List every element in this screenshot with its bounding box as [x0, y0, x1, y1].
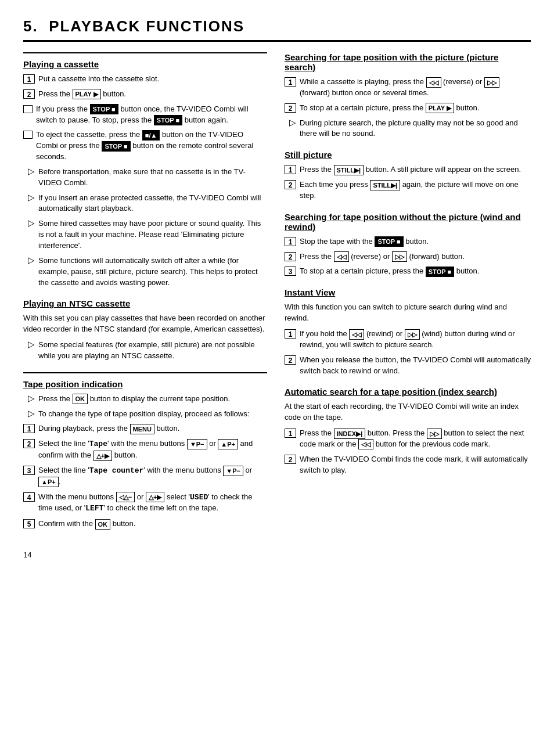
step-item: 2 When you release the button, the TV-VI… [285, 355, 531, 377]
step-item: 1 While a cassette is playing, press the… [285, 77, 531, 99]
stop-button-label: STOP ■ [375, 236, 403, 247]
note-arrow-icon: ▷ [289, 117, 296, 128]
ok-button-label: OK [95, 519, 111, 530]
step-text: Put a cassette into the cassette slot. [38, 74, 159, 85]
page-title: 5. PLAYBACK FUNCTIONS [23, 17, 531, 42]
checkbox [23, 105, 33, 113]
eject-button-label: ■/▲ [142, 130, 160, 141]
auto-search-steps: 1 Press the INDEX▶| button. Press the ▷▷… [285, 428, 531, 476]
section-title-still-picture: Still picture [285, 150, 531, 160]
page-number: 14 [23, 550, 531, 559]
ntsc-body: With this set you can play cassettes tha… [23, 313, 267, 335]
note-text: Some functions will automatically switch… [38, 255, 267, 289]
section-title-ntsc: Playing an NTSC cassette [23, 298, 267, 308]
still-picture-steps: 1 Press the STILL▶| button. A still pict… [285, 164, 531, 201]
step-text: If you hold the ◁◁ (rewind) or ▷▷ (wind)… [300, 329, 531, 351]
stop-button-label: STOP ■ [90, 104, 118, 114]
rewind-button-label: ◁◁ [426, 77, 441, 88]
note-item: ▷ Some special features (for example, st… [23, 340, 267, 362]
note-item: ▷ Some hired cassettes may have poor pic… [23, 218, 267, 251]
step-number: 1 [23, 74, 35, 84]
play-button-label: PLAY ▶ [426, 103, 454, 113]
step-item: 1 Stop the tape with the STOP ■ button. [285, 236, 531, 247]
step-number: 1 [285, 165, 296, 174]
instant-view-body: With this function you can switch to pic… [285, 302, 531, 324]
note-item: ▷ To change the type of tape position di… [23, 409, 267, 420]
step-text: Press the STILL▶| button. A still pictur… [300, 164, 521, 175]
step-number: 2 [285, 455, 296, 464]
rewind-button-label: ◁◁ [358, 439, 373, 449]
step-item: 4 With the menu buttons ◁△− or △+▶ selec… [23, 492, 267, 515]
step-number: 1 [285, 237, 296, 246]
step-item: 3 Select the line 'Tape counter' with th… [23, 465, 267, 488]
section-auto-search: Automatic search for a tape position (in… [285, 387, 531, 476]
note-text: To change the type of tape position disp… [38, 409, 249, 420]
step-text: If you press the STOP ■ button once, the… [36, 104, 267, 126]
index-button-label: INDEX▶| [334, 429, 366, 439]
step-item: 1 Press the STILL▶| button. A still pict… [285, 164, 531, 175]
rewind-button-label: ◁◁ [334, 251, 349, 262]
step-item: 2 Each time you press STILL▶| again, the… [285, 179, 531, 201]
menu-button-label: MENU [130, 424, 154, 434]
section-title-instant-view: Instant View [285, 287, 531, 297]
step-text: To stop at a certain picture, press the … [300, 103, 479, 114]
step-text: During playback, press the MENU button. [38, 423, 179, 434]
step-item: 2 Press the ◁◁ (reverse) or ▷▷ (forward)… [285, 251, 531, 262]
section-wind-rewind: Searching for tape position without the … [285, 212, 531, 278]
step-number: 3 [23, 466, 35, 475]
step-item: 2 To stop at a certain picture, press th… [285, 103, 531, 114]
section-playing-ntsc: Playing an NTSC cassette With this set y… [23, 298, 267, 361]
play-button-label: PLAY ▶ [73, 89, 101, 99]
note-arrow-icon: ▷ [28, 166, 35, 177]
step-text: When the TV-VIDEO Combi finds the code m… [300, 454, 531, 476]
note-arrow-icon: ▷ [28, 393, 35, 404]
ap-plus-button: ▲P+ [38, 477, 59, 487]
note-item: ▷ During picture search, the picture qua… [285, 118, 531, 140]
step-text: Select the line 'Tape' with the menu but… [38, 438, 267, 461]
note-text: Some hired cassettes may have poor pictu… [38, 218, 267, 251]
step-number: 5 [23, 519, 35, 528]
step-number: 2 [285, 252, 296, 261]
step-text: To eject the cassette, press the ■/▲ but… [36, 129, 267, 163]
note-text: During picture search, the picture quali… [300, 118, 531, 140]
right-column: Searching for tape position with the pic… [285, 52, 531, 540]
section-title-tape-position: Tape position indication [23, 379, 267, 389]
checkbox [23, 131, 33, 139]
step-text: Confirm with the OK button. [38, 519, 135, 530]
step-number: 1 [285, 77, 296, 87]
step-number: 2 [285, 103, 296, 113]
step-text: Press the INDEX▶| button. Press the ▷▷ b… [300, 428, 531, 450]
step-item: 5 Confirm with the OK button. [23, 519, 267, 530]
step-text: Press the ◁◁ (reverse) or ▷▷ (forward) b… [300, 251, 465, 262]
step-number: 2 [23, 89, 35, 99]
section-still-picture: Still picture 1 Press the STILL▶| button… [285, 150, 531, 201]
right-plus-button: △+▶ [146, 492, 164, 502]
section-playing-cassette: Playing a cassette 1 Put a cassette into… [23, 52, 267, 288]
step-text: Press the PLAY ▶ button. [38, 89, 126, 100]
section-picture-search: Searching for tape position with the pic… [285, 52, 531, 139]
ap-plus-button: ▲P+ [218, 439, 238, 449]
auto-search-body: At the start of each recording, the TV-V… [285, 401, 531, 423]
step-number: 1 [285, 429, 296, 438]
note-arrow-icon: ▷ [28, 408, 35, 419]
wind-rewind-steps: 1 Stop the tape with the STOP ■ button. … [285, 236, 531, 278]
section-title-wind-rewind: Searching for tape position without the … [285, 212, 531, 232]
step-item: 2 Select the line 'Tape' with the menu b… [23, 438, 267, 461]
step-item: 2 When the TV-VIDEO Combi finds the code… [285, 454, 531, 476]
ok-button-label: OK [73, 394, 88, 404]
forward-button-label: ▷▷ [392, 251, 407, 262]
step-item-check: To eject the cassette, press the ■/▲ but… [23, 129, 267, 163]
note-item: ▷ If you insert an erase protected casse… [23, 193, 267, 215]
playing-cassette-steps: 1 Put a cassette into the cassette slot.… [23, 74, 267, 163]
rewind-button-label: ◁◁ [349, 329, 364, 340]
vp-minus-button: ▼P− [187, 439, 207, 449]
section-tape-position: Tape position indication ▷ Press the OK … [23, 372, 267, 530]
stop-button-label: STOP ■ [426, 267, 454, 277]
step-number: 2 [285, 180, 296, 189]
forward-button-label: ▷▷ [484, 77, 499, 88]
left-minus-button: ◁△− [116, 492, 135, 502]
wind-button-label: ▷▷ [405, 329, 420, 340]
note-text: If you insert an erase protected cassett… [38, 193, 267, 215]
left-column: Playing a cassette 1 Put a cassette into… [23, 52, 267, 540]
step-item: 2 Press the PLAY ▶ button. [23, 89, 267, 100]
